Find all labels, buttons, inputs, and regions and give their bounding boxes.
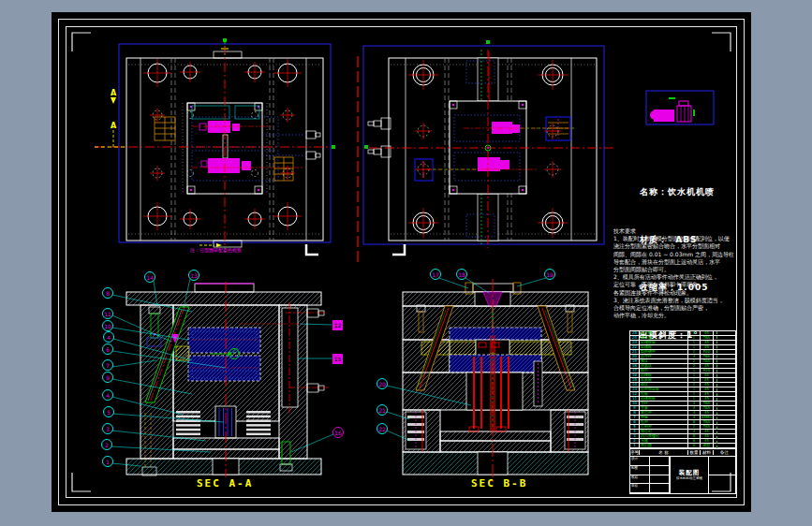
- notes-line: 各紧固连接零件不得松动现象。: [613, 289, 745, 297]
- col-header-qty: 数量: [688, 450, 701, 455]
- label-draft: 制图: [630, 466, 650, 475]
- detail-view: [646, 91, 714, 124]
- notes-line: 合模导向定位准确，分型面贴合严密，: [613, 304, 745, 312]
- notes-title: 技术要求: [613, 227, 745, 235]
- col-header-remark: 备注: [714, 450, 735, 455]
- svg-text:20: 20: [378, 381, 386, 387]
- svg-text:15: 15: [334, 356, 342, 362]
- svg-text:11: 11: [104, 311, 111, 317]
- svg-text:8: 8: [106, 290, 110, 297]
- cad-canvas[interactable]: A A: [52, 12, 751, 512]
- section-mark-a: A A: [95, 89, 125, 147]
- svg-text:16: 16: [334, 430, 342, 436]
- notes-line: 2、模具所有活动零件动作灵活正确到位，: [613, 273, 745, 281]
- technical-notes: 技术要求 1、装配时，动定模分型面必须修配到位，以便 浇注分型面紧密贴合吻合，水…: [613, 227, 745, 319]
- svg-text:14: 14: [146, 274, 154, 281]
- svg-text:3: 3: [106, 426, 110, 432]
- svg-text:4: 4: [106, 392, 110, 399]
- svg-text:A: A: [111, 122, 117, 130]
- drawing-title: 装配图: [671, 469, 708, 476]
- notes-line: 3、浇注系统表面光滑整洁，脱模斜度适当，: [613, 297, 745, 304]
- col-header-material: 材料: [701, 450, 714, 455]
- title-block: 设计 制图 校核 审核 装配图 饮水机机喷注塑模: [629, 456, 736, 494]
- drawing-name: 饮水机机喷注塑模: [671, 476, 708, 481]
- title-block-extra-cells: [709, 457, 735, 493]
- title-block-signatures: 设计 制图 校核 审核: [630, 457, 670, 493]
- notes-line: 浇注分型面紧密贴合吻合，水平分型面相对: [613, 242, 745, 250]
- section-aa: [126, 282, 329, 477]
- notes-line: 分型面间隙贴合即可。: [613, 266, 745, 273]
- label-check: 校核: [630, 475, 650, 485]
- section-bb: [403, 279, 588, 485]
- svg-text:4: 4: [107, 334, 111, 341]
- svg-text:22: 22: [378, 426, 386, 432]
- app-background: A A: [0, 0, 812, 526]
- fold-mark: [306, 244, 318, 255]
- label-approve: 审核: [630, 484, 650, 493]
- notes-line: 动作平稳，冷却充分。: [613, 312, 745, 319]
- svg-text:9: 9: [106, 374, 110, 381]
- svg-text:17: 17: [432, 271, 439, 278]
- notes-line: 1、装配时，动定模分型面必须修配到位，以便: [613, 235, 745, 242]
- notes-line: 导套配合，滑块在分型面上运动灵活，水平: [613, 258, 745, 266]
- parts-table-rows: 25 定位圈 1 45 24 浇口套 1 T8A: [629, 330, 736, 448]
- svg-text:6: 6: [106, 346, 110, 353]
- fold-mark: [392, 244, 405, 255]
- svg-text:2: 2: [105, 442, 109, 448]
- svg-text:7: 7: [106, 362, 110, 369]
- svg-text:18: 18: [458, 271, 465, 278]
- notes-line: 间隙、间隙在 0.01 ~ 0.03mm 之间，周边导柱: [613, 251, 745, 258]
- section-aa-label: SEC A-A: [197, 477, 253, 489]
- notes-line: 定位可靠，不得有歪斜和卡滞现象，: [613, 281, 745, 288]
- svg-text:19: 19: [546, 271, 554, 278]
- title-block-drawing-name: 装配图 饮水机机喷注塑模: [670, 457, 709, 493]
- svg-text:A: A: [111, 89, 117, 97]
- label-design: 设计: [630, 457, 650, 466]
- section-bb-label: SEC B-B: [471, 477, 527, 489]
- svg-text:10: 10: [104, 323, 111, 329]
- svg-text:13: 13: [190, 272, 198, 279]
- part-name: 名称：饮水机机喷: [640, 184, 715, 200]
- svg-text:1: 1: [106, 459, 110, 465]
- col-header-name: 名 称: [640, 450, 688, 455]
- plan-view-right: [363, 46, 613, 255]
- plan-view-note: 注：分型面研配着色检查: [190, 248, 242, 253]
- plan-view-left: A A: [95, 38, 332, 255]
- col-header-no: 序号: [630, 450, 640, 455]
- parts-table: 25 定位圈 1 45 24 浇口套 1 T8A: [629, 330, 736, 494]
- table-row: 1 密封圈 6 橡胶: [630, 444, 735, 448]
- table-header-row: 序号 名 称 数量 材料 备注: [629, 448, 736, 456]
- svg-text:12: 12: [334, 322, 342, 329]
- svg-text:21: 21: [378, 407, 386, 414]
- svg-text:5: 5: [107, 409, 111, 416]
